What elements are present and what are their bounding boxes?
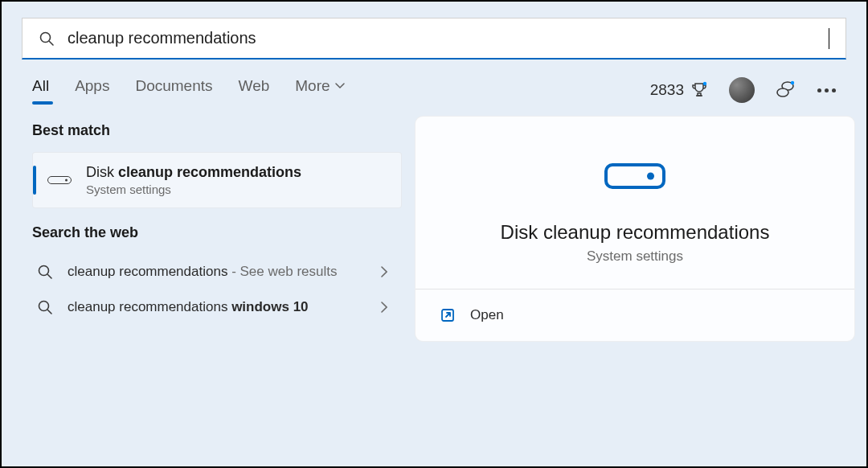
chevron-down-icon	[335, 83, 345, 89]
best-match-result[interactable]: Disk cleanup recommendations System sett…	[32, 152, 402, 208]
detail-title: Disk cleanup recommendations	[501, 221, 770, 244]
section-best-match: Best match	[32, 122, 402, 139]
svg-point-0	[41, 32, 51, 42]
dot-icon	[832, 88, 836, 92]
avatar[interactable]	[729, 77, 755, 103]
svg-line-9	[48, 310, 52, 314]
chat-icon[interactable]	[776, 80, 796, 101]
search-icon	[39, 31, 55, 47]
web-result-text: cleanup recommendations - See web result…	[68, 264, 366, 280]
more-options-button[interactable]	[817, 88, 836, 92]
chevron-right-icon	[381, 302, 387, 313]
tab-more-label: More	[295, 77, 330, 95]
tab-all[interactable]: All	[32, 77, 49, 103]
detail-panel: Disk cleanup recommendations System sett…	[415, 116, 855, 342]
detail-subtitle: System settings	[587, 248, 683, 265]
disk-icon	[604, 163, 665, 189]
web-result[interactable]: cleanup recommendations - See web result…	[32, 254, 402, 289]
web-result[interactable]: cleanup recommendations windows 10	[32, 289, 402, 325]
tab-web[interactable]: Web	[239, 77, 270, 103]
search-input[interactable]	[68, 29, 832, 47]
trophy-icon	[690, 81, 708, 99]
svg-point-2	[703, 82, 706, 85]
search-icon	[37, 299, 53, 315]
search-icon	[37, 264, 53, 280]
svg-line-1	[50, 41, 54, 45]
disk-icon	[47, 176, 72, 184]
chevron-right-icon	[381, 266, 387, 277]
svg-point-6	[39, 266, 49, 276]
tab-apps[interactable]: Apps	[75, 77, 109, 103]
dot-icon	[825, 88, 829, 92]
tab-documents[interactable]: Documents	[135, 77, 212, 103]
section-search-web: Search the web	[32, 224, 402, 241]
points-value: 2833	[650, 81, 684, 99]
filter-tabs: All Apps Documents Web More	[32, 77, 345, 103]
header-tools: 2833	[650, 77, 836, 103]
svg-point-4	[777, 88, 788, 96]
best-match-title: Disk cleanup recommendations	[86, 164, 301, 181]
rewards-points[interactable]: 2833	[650, 81, 708, 99]
dot-icon	[817, 88, 821, 92]
search-bar[interactable]	[22, 18, 846, 60]
web-result-text: cleanup recommendations windows 10	[68, 299, 366, 315]
svg-line-7	[48, 275, 52, 279]
results-column: Best match Disk cleanup recommendations …	[32, 116, 402, 342]
filter-row: All Apps Documents Web More 2833	[2, 60, 866, 116]
open-external-icon	[440, 307, 456, 323]
svg-point-8	[39, 302, 49, 311]
text-cursor	[829, 28, 829, 49]
best-match-subtitle: System settings	[86, 183, 301, 196]
open-label: Open	[470, 307, 504, 323]
svg-point-5	[791, 81, 794, 84]
open-action[interactable]: Open	[416, 289, 854, 341]
tab-more[interactable]: More	[295, 77, 344, 103]
